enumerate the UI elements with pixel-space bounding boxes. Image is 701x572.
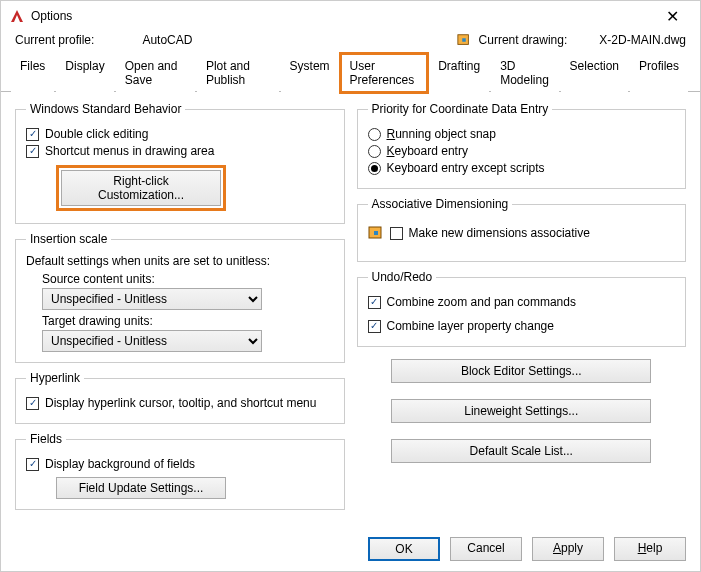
- apply-button[interactable]: Apply: [532, 537, 604, 561]
- select-target-drawing-units[interactable]: Unspecified - Unitless: [42, 330, 262, 352]
- default-scale-list-button[interactable]: Default Scale List...: [391, 439, 651, 463]
- insertion-scale-desc: Default settings when units are set to u…: [26, 254, 334, 268]
- group-fields: Fields Display background of fields Fiel…: [15, 432, 345, 510]
- checkbox-combine-layer-property[interactable]: [368, 320, 381, 333]
- label-hyperlink-display: Display hyperlink cursor, tooltip, and s…: [45, 396, 316, 410]
- tab-files[interactable]: Files: [11, 54, 54, 92]
- group-associative-dimensioning: Associative Dimensioning Make new dimens…: [357, 197, 687, 262]
- label-source-content-units: Source content units:: [42, 272, 334, 286]
- legend-assoc-dim: Associative Dimensioning: [368, 197, 513, 211]
- current-profile-value: AutoCAD: [142, 33, 192, 47]
- tab-open-and-save[interactable]: Open and Save: [116, 54, 195, 92]
- tab-plot-and-publish[interactable]: Plot and Publish: [197, 54, 279, 92]
- checkbox-shortcut-menus[interactable]: [26, 145, 39, 158]
- legend-undo-redo: Undo/Redo: [368, 270, 437, 284]
- tab-3d-modeling[interactable]: 3D Modeling: [491, 54, 558, 92]
- current-drawing-label: Current drawing:: [479, 33, 568, 47]
- current-drawing-value: X-2D-MAIN.dwg: [599, 33, 686, 47]
- group-windows-standard-behavior: Windows Standard Behavior Double click e…: [15, 102, 345, 224]
- group-undo-redo: Undo/Redo Combine zoom and pan commands …: [357, 270, 687, 347]
- tab-strip: Files Display Open and Save Plot and Pub…: [1, 53, 700, 92]
- dialog-footer: OK Cancel Apply Help: [368, 537, 686, 561]
- autocad-icon: [9, 8, 25, 24]
- legend-fields: Fields: [26, 432, 66, 446]
- lineweight-settings-button[interactable]: Lineweight Settings...: [391, 399, 651, 423]
- select-source-content-units[interactable]: Unspecified - Unitless: [42, 288, 262, 310]
- help-button[interactable]: Help: [614, 537, 686, 561]
- tab-selection[interactable]: Selection: [561, 54, 628, 92]
- label-make-dimensions-associative: Make new dimensions associative: [409, 226, 590, 240]
- checkbox-fields-background[interactable]: [26, 458, 39, 471]
- label-keyboard-except-scripts: Keyboard entry except scripts: [387, 161, 545, 175]
- radio-keyboard-except-scripts[interactable]: [368, 162, 381, 175]
- current-profile-label: Current profile:: [15, 33, 94, 47]
- legend-wsb: Windows Standard Behavior: [26, 102, 185, 116]
- label-target-drawing-units: Target drawing units:: [42, 314, 334, 328]
- label-running-object-snap: Running object snap: [387, 127, 496, 141]
- checkbox-make-dimensions-associative[interactable]: [390, 227, 403, 240]
- field-update-settings-button[interactable]: Field Update Settings...: [56, 477, 226, 499]
- ok-button[interactable]: OK: [368, 537, 440, 561]
- label-fields-background: Display background of fields: [45, 457, 195, 471]
- left-column: Windows Standard Behavior Double click e…: [15, 102, 345, 510]
- options-dialog: Options ✕ Current profile: AutoCAD Curre…: [0, 0, 701, 572]
- checkbox-hyperlink-display[interactable]: [26, 397, 39, 410]
- radio-keyboard-entry[interactable]: [368, 145, 381, 158]
- label-double-click-editing: Double click editing: [45, 127, 148, 141]
- close-icon[interactable]: ✕: [652, 7, 692, 26]
- label-keyboard-entry: Keyboard entry: [387, 144, 468, 158]
- tab-user-preferences[interactable]: User Preferences: [341, 54, 428, 92]
- radio-running-object-snap[interactable]: [368, 128, 381, 141]
- right-click-customization-button[interactable]: Right-click Customization...: [61, 170, 221, 206]
- dimension-icon: [368, 225, 384, 241]
- right-column: Priority for Coordinate Data Entry Runni…: [357, 102, 687, 510]
- dwg-icon: [457, 33, 471, 47]
- legend-insertion-scale: Insertion scale: [26, 232, 111, 246]
- svg-rect-1: [462, 38, 466, 42]
- svg-rect-3: [374, 231, 378, 235]
- group-insertion-scale: Insertion scale Default settings when un…: [15, 232, 345, 363]
- legend-priority: Priority for Coordinate Data Entry: [368, 102, 553, 116]
- tab-system[interactable]: System: [281, 54, 339, 92]
- label-combine-layer-property: Combine layer property change: [387, 319, 554, 333]
- label-combine-zoom-pan: Combine zoom and pan commands: [387, 295, 576, 309]
- tab-drafting[interactable]: Drafting: [429, 54, 489, 92]
- titlebar: Options ✕: [1, 1, 700, 31]
- block-editor-settings-button[interactable]: Block Editor Settings...: [391, 359, 651, 383]
- window-title: Options: [31, 9, 652, 23]
- highlight-right-click-customization: Right-click Customization...: [56, 165, 226, 211]
- tab-display[interactable]: Display: [56, 54, 113, 92]
- checkbox-combine-zoom-pan[interactable]: [368, 296, 381, 309]
- cancel-button[interactable]: Cancel: [450, 537, 522, 561]
- group-priority-coordinate-entry: Priority for Coordinate Data Entry Runni…: [357, 102, 687, 189]
- legend-hyperlink: Hyperlink: [26, 371, 84, 385]
- profile-row: Current profile: AutoCAD Current drawing…: [1, 31, 700, 53]
- checkbox-double-click-editing[interactable]: [26, 128, 39, 141]
- group-hyperlink: Hyperlink Display hyperlink cursor, tool…: [15, 371, 345, 424]
- tab-profiles[interactable]: Profiles: [630, 54, 688, 92]
- content-area: Windows Standard Behavior Double click e…: [1, 92, 700, 516]
- label-shortcut-menus: Shortcut menus in drawing area: [45, 144, 214, 158]
